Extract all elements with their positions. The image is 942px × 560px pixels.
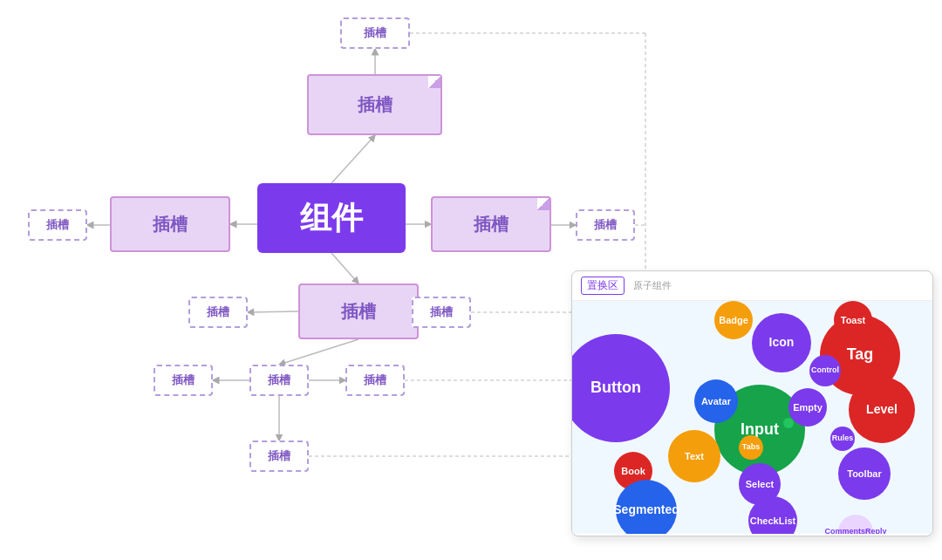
box-top1: 插槽 [340, 17, 410, 49]
box-bot3: 插槽 [412, 297, 471, 328]
svg-line-6 [331, 253, 358, 283]
bubble-CommentsReply: CommentsReply [838, 515, 873, 534]
bubble-Empty: Empty [788, 388, 827, 427]
box-bot2: 插槽 [298, 283, 419, 339]
svg-line-0 [331, 135, 375, 183]
bubble-Text: Text [668, 430, 720, 482]
bubble-Icon: Icon [752, 313, 811, 372]
main-component-box: 组件 [257, 183, 406, 253]
bubble-area: ButtonInputTagIconBadgeToastControlAvata… [572, 301, 932, 534]
box-bot1: 插槽 [188, 297, 248, 328]
box-botL2: 插槽 [154, 365, 213, 396]
overlay-header: 置换区 原子组件 [572, 271, 932, 301]
overlay-panel: 置换区 原子组件 ButtonInputTagIconBadgeToastCon… [571, 270, 933, 536]
box-left2: 插槽 [110, 196, 230, 252]
bubble-Tabs: Tabs [739, 435, 763, 460]
box-botC2: 插槽 [249, 365, 309, 396]
box-botC3: 插槽 [249, 440, 309, 472]
overlay-sublabel: 原子组件 [633, 279, 672, 292]
overlay-label: 置换区 [581, 277, 625, 295]
bubble-Level: Level [849, 377, 915, 443]
box-right1: 插槽 [431, 196, 551, 252]
bubble-Toast: Toast [834, 301, 872, 339]
bubble-Rules: Rules [830, 427, 855, 451]
svg-line-9 [279, 339, 358, 365]
bubble-Toolbar: Toolbar [838, 447, 891, 500]
box-right2: 插槽 [576, 209, 635, 241]
bubble-CheckList: CheckList [748, 496, 797, 534]
bubble-Segmented: Segmented [616, 480, 677, 534]
bubble-Control: Control [809, 355, 841, 386]
bubble-dot1 [783, 418, 794, 428]
bubble-Avatar: Avatar [694, 379, 738, 423]
box-top2: 插槽 [307, 74, 442, 135]
bubble-Button: Button [572, 334, 670, 442]
box-botR2: 插槽 [345, 365, 405, 396]
box-left1: 插槽 [28, 209, 87, 241]
bubble-Badge: Badge [714, 301, 753, 339]
svg-line-7 [248, 311, 298, 312]
